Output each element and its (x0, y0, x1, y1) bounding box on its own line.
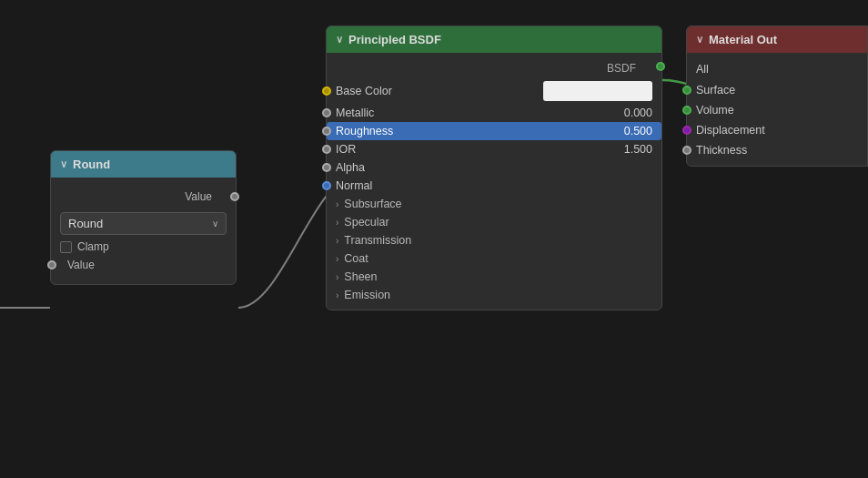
base-color-row: Base Color (327, 78, 661, 104)
all-label: All (696, 63, 709, 76)
value-input-socket[interactable] (47, 260, 56, 270)
bsdf-output-socket[interactable] (656, 62, 665, 71)
base-color-swatch[interactable] (543, 81, 652, 101)
roughness-label: Roughness (336, 125, 606, 137)
round-dropdown[interactable]: Round ∨ (60, 212, 227, 235)
round-collapse-arrow[interactable]: ∨ (60, 158, 67, 170)
subsurface-section[interactable]: › Subsurface (327, 195, 661, 213)
thickness-socket[interactable] (682, 146, 691, 155)
round-dropdown-row: Round ∨ (60, 212, 227, 235)
metallic-value: 0.000 (611, 107, 652, 119)
round-node-header[interactable]: ∨ Round (51, 151, 236, 178)
bsdf-output-row: BSDF (327, 58, 661, 78)
all-label-row: All (687, 58, 867, 80)
sheen-chevron: › (336, 272, 338, 282)
alpha-socket[interactable] (322, 163, 331, 172)
clamp-label: Clamp (77, 240, 109, 253)
specular-chevron: › (336, 218, 338, 228)
coat-label: Coat (344, 252, 368, 265)
bsdf-node: ∨ Principled BSDF BSDF Base Color Metall… (326, 25, 662, 310)
ior-socket[interactable] (322, 145, 331, 154)
material-output-node: ∨ Material Out All Surface Volume Displa… (686, 25, 868, 167)
bsdf-node-body: BSDF Base Color Metallic 0.000 Roughness… (327, 53, 661, 310)
displacement-label: Displacement (696, 124, 765, 137)
surface-row: Surface (687, 80, 867, 100)
value-input-label: Value (67, 259, 95, 271)
ior-value: 1.500 (611, 143, 652, 156)
ior-label: IOR (336, 143, 606, 156)
material-node-body: All Surface Volume Displacement Thicknes… (687, 53, 867, 166)
ior-row: IOR 1.500 (327, 140, 661, 158)
metallic-label: Metallic (336, 107, 606, 119)
specular-section[interactable]: › Specular (327, 213, 661, 231)
normal-row: Normal (327, 177, 661, 195)
clamp-checkbox[interactable] (60, 241, 72, 253)
base-color-socket[interactable] (322, 86, 331, 96)
sheen-section[interactable]: › Sheen (327, 268, 661, 286)
sheen-label: Sheen (344, 270, 377, 283)
coat-section[interactable]: › Coat (327, 249, 661, 268)
displacement-socket[interactable] (682, 126, 691, 135)
volume-row: Volume (687, 100, 867, 120)
normal-label: Normal (336, 179, 652, 192)
coat-chevron: › (336, 254, 338, 264)
metallic-socket[interactable] (322, 108, 331, 117)
subsurface-label: Subsurface (344, 198, 401, 210)
subsurface-chevron: › (336, 199, 338, 209)
base-color-label: Base Color (336, 85, 538, 97)
surface-socket[interactable] (682, 86, 691, 95)
bsdf-node-title: Principled BSDF (348, 33, 441, 46)
volume-socket[interactable] (682, 106, 691, 115)
material-node-title: Material Out (709, 33, 777, 46)
transmission-section[interactable]: › Transmission (327, 231, 661, 249)
surface-label: Surface (696, 84, 735, 97)
round-dropdown-value: Round (68, 217, 103, 230)
normal-socket[interactable] (322, 181, 331, 190)
material-node-header[interactable]: ∨ Material Out (687, 26, 867, 53)
value-output-row: Value (60, 190, 227, 203)
bsdf-output-label: BSDF (607, 62, 636, 75)
metallic-row: Metallic 0.000 (327, 104, 661, 122)
roughness-value: 0.500 (611, 125, 652, 137)
roughness-socket[interactable] (322, 127, 331, 136)
value-input-row: Value (60, 259, 227, 271)
round-dropdown-arrow: ∨ (212, 219, 218, 229)
alpha-label: Alpha (336, 161, 652, 174)
value-output-socket[interactable] (230, 192, 239, 201)
emission-section[interactable]: › Emission (327, 286, 661, 304)
value-output-label: Value (60, 190, 212, 203)
roughness-row[interactable]: Roughness 0.500 (327, 122, 661, 140)
transmission-label: Transmission (344, 234, 411, 247)
material-collapse-arrow[interactable]: ∨ (696, 34, 703, 46)
specular-label: Specular (344, 216, 389, 229)
bsdf-node-header[interactable]: ∨ Principled BSDF (327, 26, 661, 53)
round-node-body: Value Round ∨ Clamp Value (51, 178, 236, 284)
round-node-title: Round (73, 158, 110, 171)
emission-label: Emission (344, 289, 390, 301)
emission-chevron: › (336, 290, 338, 300)
thickness-label: Thickness (696, 144, 747, 157)
bsdf-collapse-arrow[interactable]: ∨ (336, 34, 343, 46)
displacement-row: Displacement (687, 120, 867, 140)
volume-label: Volume (696, 104, 734, 117)
round-node: ∨ Round Value Round ∨ Clamp (50, 150, 237, 285)
clamp-row: Clamp (60, 240, 227, 253)
transmission-chevron: › (336, 236, 338, 246)
thickness-row: Thickness (687, 140, 867, 160)
alpha-row: Alpha (327, 158, 661, 177)
